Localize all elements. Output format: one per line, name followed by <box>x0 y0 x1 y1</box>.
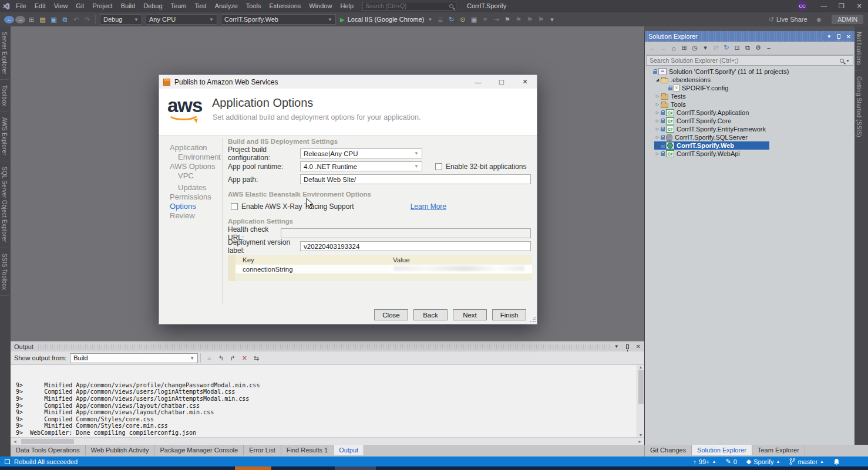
panel-tab[interactable]: Find Results 1 <box>281 445 334 455</box>
wizard-nav-item[interactable]: AWS Options <box>170 163 221 171</box>
tree-row[interactable]: Tools <box>645 100 854 109</box>
toolbar-icon[interactable]: ≡ <box>480 14 490 25</box>
dock-tab[interactable]: Toolbox <box>0 80 9 112</box>
feedback-icon[interactable]: ☻ <box>816 16 823 23</box>
platform-dropdown[interactable]: Any CPU▼ <box>146 14 217 25</box>
toolbar-icon[interactable]: ↷ <box>82 14 92 25</box>
setting-key-cell[interactable]: connectionString <box>235 265 391 273</box>
menu-item[interactable]: Team <box>167 0 191 12</box>
app-pool-dropdown[interactable]: 4.0 .NET Runtime▼ <box>300 161 422 171</box>
solution-explorer-titlebar[interactable]: Solution Explorer ▼ ✕ <box>645 31 854 42</box>
panel-tab[interactable]: Solution Explorer <box>692 445 752 455</box>
tree-row[interactable]: Tests <box>645 92 854 100</box>
wizard-nav-item[interactable]: Options <box>170 202 221 211</box>
toolbar-icon[interactable]: ◷ <box>690 43 699 53</box>
menu-item[interactable]: Analyze <box>211 0 242 12</box>
toolbar-icon[interactable]: ▣ <box>469 14 479 25</box>
wizard-nav-item[interactable]: Permissions <box>170 193 221 202</box>
toolbar-icon[interactable]: ▾ <box>701 43 710 53</box>
menu-item[interactable]: Edit <box>31 0 50 12</box>
tree-row[interactable]: CorrIT.Sporify.EntityFramework <box>645 125 854 133</box>
output-panel-titlebar[interactable]: Output ▼ ✕ <box>11 341 644 351</box>
toolbar-icon[interactable]: ↰ <box>216 353 226 363</box>
toolbar-icon[interactable]: ✕ <box>239 353 250 363</box>
vertical-scrollbar[interactable]: ▲ ▼ <box>637 365 644 437</box>
pin-icon[interactable] <box>837 34 840 39</box>
output-source-dropdown[interactable]: Build▼ <box>70 353 198 363</box>
scroll-left-icon[interactable]: ◄ <box>11 439 19 444</box>
toolbar-icon[interactable]: ⚑ <box>536 14 546 25</box>
restore-button[interactable]: ❐ <box>833 0 850 12</box>
toolbar-icon[interactable]: ▾ <box>547 14 557 25</box>
expander-icon[interactable] <box>654 151 661 156</box>
pending-edits-indicator[interactable]: ✎ 0 <box>725 458 736 465</box>
toolbar-icon[interactable]: ↻ <box>722 43 731 53</box>
toolbar-icon[interactable]: ⧉ <box>743 43 752 53</box>
scrollbar-thumb[interactable] <box>21 439 74 444</box>
xray-tracing-checkbox[interactable] <box>231 203 238 210</box>
wizard-nav-item[interactable]: Environment <box>170 153 221 162</box>
wizard-nav-item[interactable]: VPC <box>170 172 221 181</box>
solution-search-input[interactable] <box>650 57 840 64</box>
menu-item[interactable]: View <box>50 0 72 12</box>
notifications-bell-icon[interactable] <box>833 458 840 465</box>
expander-icon[interactable] <box>654 102 661 107</box>
build-config-dropdown[interactable]: Release|Any CPU▼ <box>300 148 422 158</box>
setting-value-cell[interactable] <box>391 265 532 273</box>
tree-row[interactable]: CorrIT.Sporify.SQLServer <box>645 133 854 141</box>
wizard-nav-item[interactable]: Review <box>170 212 221 221</box>
toolbar-icon[interactable]: − <box>764 43 773 53</box>
tree-row[interactable]: Solution 'CorrIT.Sporify' (11 of 11 proj… <box>645 67 854 76</box>
app-path-input[interactable] <box>300 174 531 184</box>
enable-32bit-checkbox[interactable] <box>435 163 442 170</box>
tree-row[interactable]: CorrIT.Sporify.WebApi <box>645 150 854 158</box>
panel-tab[interactable]: Git Changes <box>645 445 692 455</box>
panel-tab[interactable]: Output <box>334 445 364 455</box>
toolbar-icon[interactable]: → <box>658 43 668 53</box>
menu-item[interactable]: Project <box>88 0 116 12</box>
panel-tab[interactable]: Web Publish Activity <box>86 445 155 455</box>
toolbar-icon[interactable]: ⊡ <box>732 43 742 53</box>
toolbar-icon[interactable]: ⚑ <box>513 14 523 25</box>
dock-tab[interactable]: Notifications <box>854 26 863 71</box>
menu-item[interactable]: Tools <box>242 0 265 12</box>
dock-tab[interactable]: SQL Server Object Explorer <box>0 161 9 248</box>
repository-picker[interactable]: ◆ Sporify ▲ <box>746 458 780 465</box>
close-icon[interactable]: ✕ <box>636 343 641 350</box>
toolbar-icon[interactable]: ▤ <box>38 14 48 25</box>
resize-grip[interactable] <box>530 317 536 323</box>
expander-icon[interactable] <box>654 143 661 148</box>
menu-item[interactable]: Build <box>117 0 139 12</box>
close-icon[interactable]: ✕ <box>846 33 851 40</box>
panel-tab[interactable]: Data Tools Operations <box>11 445 86 455</box>
scrollbar-thumb[interactable] <box>638 370 644 404</box>
dock-tab[interactable]: Getting Started (SSIS) <box>854 71 863 143</box>
tree-row[interactable]: CorrIT.Sporify.Core <box>645 117 854 125</box>
wizard-nav-item[interactable]: Application <box>170 144 221 153</box>
menu-item[interactable]: Debug <box>139 0 166 12</box>
toolbar-icon[interactable]: → <box>15 16 25 23</box>
toolbar-icon[interactable]: ← <box>4 16 14 23</box>
toolbar-icon[interactable]: ⇥ <box>491 14 501 25</box>
startup-project-dropdown[interactable]: CorrIT.Sporify.Web▼ <box>221 14 336 25</box>
minimize-button[interactable]: — <box>815 0 833 12</box>
live-share-button[interactable]: ↺ Live Share <box>769 16 808 23</box>
empty-row[interactable] <box>235 273 391 281</box>
expander-icon[interactable] <box>654 94 661 99</box>
menu-item[interactable]: Window <box>305 0 336 12</box>
expander-icon[interactable] <box>654 127 661 131</box>
menu-item[interactable]: Help <box>336 0 358 12</box>
tree-row[interactable]: CorrIT.Sporify.Application <box>645 109 854 117</box>
toolbar-icon[interactable]: ▣ <box>49 14 59 25</box>
expander-icon[interactable] <box>654 77 661 82</box>
toolbar-icon[interactable]: ⊙ <box>457 14 467 25</box>
tree-row[interactable]: SPORIFY.config <box>645 84 854 92</box>
panel-tab[interactable]: Error List <box>244 445 281 455</box>
toolbar-icon[interactable]: ⚙ <box>753 43 763 53</box>
health-check-input[interactable] <box>281 228 531 238</box>
toolbar-icon[interactable]: ⚑ <box>524 14 534 25</box>
dock-tab[interactable]: Server Explorer <box>0 26 9 80</box>
empty-row[interactable] <box>391 273 532 281</box>
wizard-nav-item[interactable]: Updates <box>170 184 221 192</box>
version-label-input[interactable] <box>300 241 531 251</box>
